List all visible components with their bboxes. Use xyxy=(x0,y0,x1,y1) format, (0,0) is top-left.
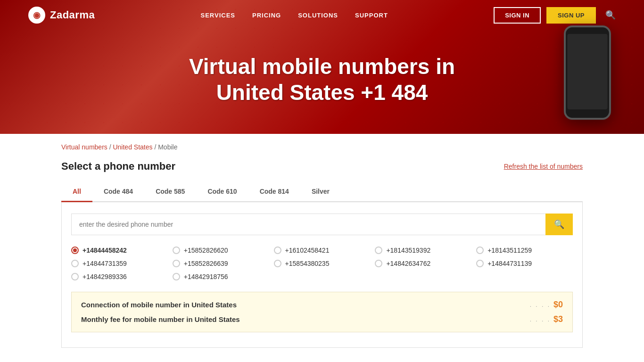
breadcrumb-virtual-numbers[interactable]: Virtual numbers xyxy=(61,143,107,151)
tab-code-585[interactable]: Code 585 xyxy=(144,182,196,202)
section-title: Select a phone number xyxy=(61,160,175,173)
pricing-row-connection: Connection of mobile number in United St… xyxy=(81,300,563,310)
phone-screen xyxy=(568,34,608,109)
hero-section: Virtual mobile numbers in United States … xyxy=(0,30,644,134)
number-text: +14842989336 xyxy=(83,273,127,280)
number-text: +14844731139 xyxy=(487,260,532,267)
radio-5[interactable] xyxy=(71,260,79,267)
number-text: +14842634762 xyxy=(386,260,430,267)
pricing-section: Connection of mobile number in United St… xyxy=(71,292,573,332)
hero-title: Virtual mobile numbers in United States … xyxy=(157,54,487,106)
pricing-value-connection: . . . . $0 xyxy=(530,300,563,310)
list-item[interactable]: +15854380235 xyxy=(274,260,371,267)
phone-mockup xyxy=(559,25,616,129)
breadcrumb-area: Virtual numbers / United States / Mobile xyxy=(0,134,644,156)
list-item[interactable]: +14844731139 xyxy=(476,260,573,267)
numbers-grid: +14844458242 +15852826620 +16102458421 +… xyxy=(71,247,573,280)
number-text: +18143519392 xyxy=(386,247,430,254)
pricing-row-monthly: Monthly fee for mobile number in United … xyxy=(81,314,563,324)
logo-area[interactable]: ◉ Zadarma xyxy=(28,7,95,24)
nav-support[interactable]: SUPPORT xyxy=(355,12,388,19)
number-text: +15852826639 xyxy=(184,260,228,267)
nav-links: SERVICES PRICING SOLUTIONS SUPPORT xyxy=(200,12,388,19)
breadcrumb-united-states[interactable]: United States xyxy=(113,143,152,151)
list-item[interactable]: +15852826639 xyxy=(173,260,269,267)
search-icon[interactable]: 🔍 xyxy=(605,10,616,20)
nav-services[interactable]: SERVICES xyxy=(200,12,235,19)
header: ◉ Zadarma SERVICES PRICING SOLUTIONS SUP… xyxy=(0,0,644,134)
radio-6[interactable] xyxy=(173,260,180,267)
pricing-label-connection: Connection of mobile number in United St… xyxy=(81,301,237,309)
list-item[interactable]: +15852826620 xyxy=(173,247,269,254)
navbar: ◉ Zadarma SERVICES PRICING SOLUTIONS SUP… xyxy=(0,0,644,30)
radio-1[interactable] xyxy=(173,247,180,254)
nav-pricing[interactable]: PRICING xyxy=(252,12,281,19)
radio-9[interactable] xyxy=(476,260,484,267)
number-text: +18143511259 xyxy=(487,247,532,254)
search-row: 🔍 xyxy=(71,214,573,235)
main-content: Select a phone number Refresh the list o… xyxy=(0,156,644,362)
tab-silver[interactable]: Silver xyxy=(300,182,341,202)
tab-code-814[interactable]: Code 814 xyxy=(248,182,300,202)
radio-8[interactable] xyxy=(375,260,382,267)
radio-11[interactable] xyxy=(173,273,180,280)
tabs: All Code 484 Code 585 Code 610 Code 814 … xyxy=(61,182,583,202)
pricing-label-monthly: Monthly fee for mobile number in United … xyxy=(81,315,240,323)
radio-7[interactable] xyxy=(274,260,281,267)
number-text: +15852826620 xyxy=(184,247,228,254)
number-text: +14842918756 xyxy=(184,273,228,280)
list-item[interactable]: +14844731359 xyxy=(71,260,168,267)
price-connection: $0 xyxy=(553,300,563,310)
price-monthly: $3 xyxy=(553,314,563,324)
number-text: +14844458242 xyxy=(83,247,127,254)
list-item[interactable]: +14844458242 xyxy=(71,247,168,254)
radio-10[interactable] xyxy=(71,273,79,280)
list-item[interactable]: +14842918756 xyxy=(173,273,269,280)
number-text: +15854380235 xyxy=(285,260,330,267)
pricing-value-monthly: . . . . $3 xyxy=(530,314,563,324)
list-item[interactable]: +18143519392 xyxy=(375,247,471,254)
tab-all[interactable]: All xyxy=(61,182,92,202)
breadcrumb-mobile: Mobile xyxy=(158,143,177,151)
number-text: +16102458421 xyxy=(285,247,330,254)
dots-connection: . . . . xyxy=(530,302,551,308)
radio-3[interactable] xyxy=(375,247,382,254)
tab-code-610[interactable]: Code 610 xyxy=(196,182,248,202)
nav-actions: SIGN IN SIGN UP 🔍 xyxy=(494,7,616,24)
signup-button[interactable]: SIGN UP xyxy=(546,7,596,24)
logo-text: Zadarma xyxy=(50,9,95,21)
refresh-link[interactable]: Refresh the list of numbers xyxy=(504,163,583,170)
search-input[interactable] xyxy=(71,214,545,235)
section-header: Select a phone number Refresh the list o… xyxy=(61,160,583,173)
search-button[interactable]: 🔍 xyxy=(545,214,573,235)
dots-monthly: . . . . xyxy=(530,316,551,323)
radio-4[interactable] xyxy=(476,247,484,254)
tab-code-484[interactable]: Code 484 xyxy=(92,182,144,202)
list-item[interactable]: +14842634762 xyxy=(375,260,471,267)
signin-button[interactable]: SIGN IN xyxy=(494,7,541,24)
radio-2[interactable] xyxy=(274,247,281,254)
list-item[interactable]: +14842989336 xyxy=(71,273,168,280)
logo-icon: ◉ xyxy=(28,7,45,24)
phone-body xyxy=(564,25,611,120)
list-item[interactable]: +18143511259 xyxy=(476,247,573,254)
number-text: +14844731359 xyxy=(83,260,127,267)
radio-0[interactable] xyxy=(71,247,79,254)
list-item[interactable]: +16102458421 xyxy=(274,247,371,254)
search-button-icon: 🔍 xyxy=(554,219,564,230)
breadcrumb: Virtual numbers / United States / Mobile xyxy=(61,143,583,151)
nav-solutions[interactable]: SOLUTIONS xyxy=(298,12,338,19)
number-panel: 🔍 +14844458242 +15852826620 +16102458421… xyxy=(61,202,583,348)
